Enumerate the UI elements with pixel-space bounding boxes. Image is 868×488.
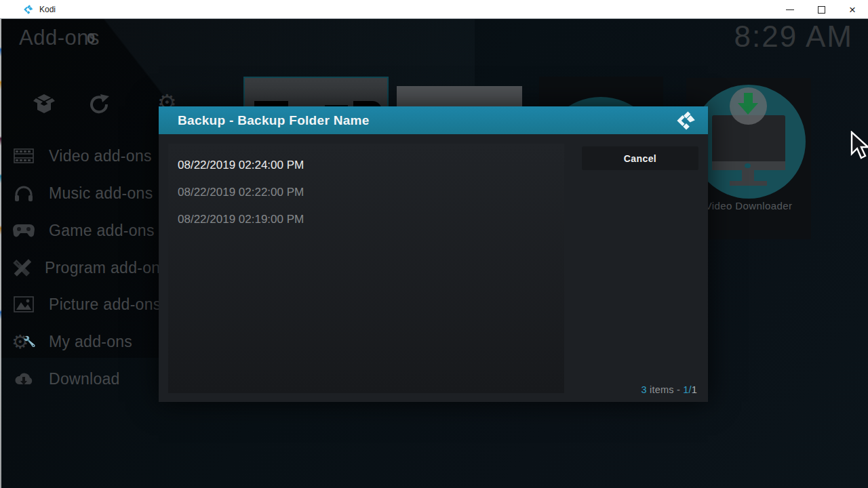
tools-icon: [12, 258, 31, 277]
sidebar-item-program-addons[interactable]: Program add-ons: [12, 254, 168, 281]
kodi-logo-icon: [23, 4, 34, 15]
sidebar-item-label: Program add-ons: [45, 259, 168, 277]
mouse-cursor: [850, 131, 868, 162]
page-current: 1/: [683, 384, 692, 395]
screen-left-edge: [0, 19, 1, 488]
sidebar-item-label: Picture add-ons: [49, 296, 161, 314]
sidebar-item-label: Game add-ons: [49, 222, 155, 240]
sidebar-item-label: Video add-ons: [49, 147, 152, 165]
items-label: items -: [647, 384, 683, 395]
page-total: 1: [692, 384, 697, 395]
window-titlebar: Kodi ×: [0, 0, 868, 19]
sidebar-item-label: My add-ons: [49, 333, 132, 351]
monitor-dot: [745, 163, 751, 168]
minimize-icon: [786, 9, 794, 10]
window-title: Kodi: [39, 5, 56, 14]
monitor-stand: [742, 170, 754, 181]
backup-list-item[interactable]: 08/22/2019 02:22:00 PM: [168, 179, 564, 206]
dialog-title: Backup - Backup Folder Name: [178, 113, 370, 128]
dialog-header: Backup - Backup Folder Name: [159, 106, 708, 134]
item-count: 3: [642, 384, 647, 395]
gamepad-icon: [12, 221, 35, 240]
backup-list-item[interactable]: 08/22/2019 02:24:00 PM: [168, 152, 564, 179]
sidebar-item-label: Download: [49, 370, 120, 388]
monitor-base: [730, 181, 767, 186]
kodi-logo-icon: [675, 110, 697, 131]
sidebar-item-game-addons[interactable]: Game add-ons: [12, 217, 168, 244]
sidebar-item-video-addons[interactable]: Video add-ons: [12, 142, 168, 169]
update-count: 0: [87, 30, 95, 47]
backup-list: 08/22/2019 02:24:00 PM 08/22/2019 02:22:…: [168, 144, 564, 393]
minimize-button[interactable]: [774, 0, 806, 19]
cancel-button[interactable]: Cancel: [582, 146, 698, 170]
film-icon: [12, 146, 35, 165]
backup-folder-dialog: Backup - Backup Folder Name 08/22/2019 0…: [159, 106, 708, 402]
backup-list-item[interactable]: 08/22/2019 02:19:00 PM: [168, 206, 564, 233]
sidebar-item-download[interactable]: Download: [12, 365, 168, 392]
sidebar-item-label: Music add-ons: [49, 184, 153, 203]
sidebar-item-picture-addons[interactable]: Picture add-ons: [12, 291, 168, 318]
package-icon[interactable]: [33, 92, 56, 115]
refresh-icon[interactable]: [87, 92, 111, 117]
gear-wrench-icon: ⚙🔧: [12, 332, 35, 351]
clock: 8:29 AM: [734, 20, 853, 54]
maximize-icon: [818, 6, 825, 14]
picture-icon: [12, 295, 35, 314]
sidebar-item-music-addons[interactable]: Music add-ons: [12, 180, 168, 207]
cloud-download-icon: [12, 369, 35, 388]
headphones-icon: [12, 184, 35, 203]
close-button[interactable]: ×: [837, 0, 868, 19]
close-icon: ×: [849, 4, 856, 16]
sidebar-item-my-addons[interactable]: ⚙🔧 My add-ons: [12, 328, 168, 355]
kodi-screen: Add-ons 8:29 AM ⚙ 0 Video add-ons: [0, 19, 868, 488]
maximize-button[interactable]: [806, 0, 837, 19]
items-count-status: 3 items - 1/1: [642, 384, 697, 395]
